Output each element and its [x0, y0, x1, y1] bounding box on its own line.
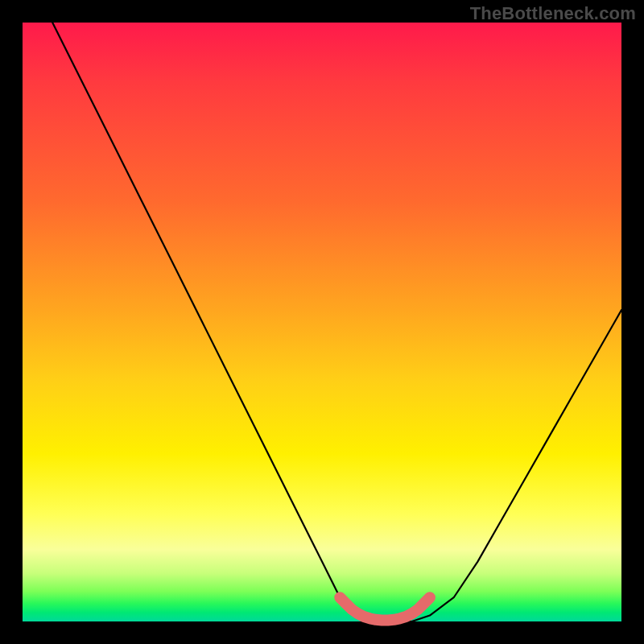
chart-frame: TheBottleneck.com: [0, 0, 644, 644]
optimal-zone-curve: [340, 597, 430, 620]
plot-area: [23, 23, 621, 621]
bottleneck-curve: [52, 23, 621, 621]
watermark-text: TheBottleneck.com: [470, 3, 636, 24]
chart-svg: [23, 23, 621, 621]
